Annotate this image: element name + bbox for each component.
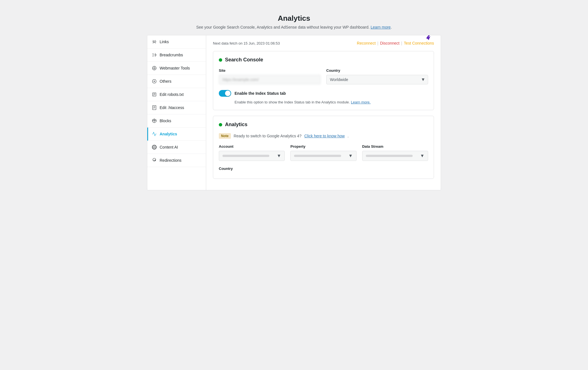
- sidebar-item-edit-robots[interactable]: Edit robots.txt: [147, 88, 206, 101]
- sidebar-label-blocks: Blocks: [160, 119, 171, 123]
- toggle-description: Enable this option to show the Index Sta…: [235, 100, 428, 104]
- note-row: Note Ready to switch to Google Analytics…: [219, 133, 428, 139]
- property-chevron-icon: ▼: [348, 153, 353, 158]
- arrow-indicator: [424, 35, 438, 42]
- robots-icon: [152, 92, 157, 97]
- note-text: Ready to switch to Google Analytics 4?: [234, 134, 302, 138]
- sidebar-label-redirections: Redirections: [160, 158, 182, 163]
- sidebar-item-redirections[interactable]: Redirections: [147, 154, 206, 167]
- page-wrapper: Analytics See your Google Search Console…: [147, 6, 441, 364]
- blocks-icon: [152, 118, 157, 123]
- toggle-knob: [225, 91, 231, 96]
- note-link[interactable]: Click here to know how: [304, 134, 345, 138]
- svg-rect-5: [153, 106, 156, 110]
- analytics-card-title: Analytics: [225, 122, 247, 128]
- sidebar-label-edit-robots: Edit robots.txt: [160, 92, 184, 97]
- data-stream-form-group: Data Stream ▼: [362, 144, 428, 161]
- data-stream-select[interactable]: ▼: [362, 151, 428, 161]
- account-blur-bar: [222, 155, 269, 157]
- site-form-group: Site: [219, 68, 321, 84]
- content-area: Next data fetch on 15 Jun, 2023 01:06:53…: [206, 35, 441, 190]
- sidebar-label-breadcrumbs: Breadcrumbs: [160, 53, 183, 57]
- sidebar: Links Breadcrumbs Webmaster Tools Others: [147, 35, 206, 190]
- separator-1: |: [377, 41, 378, 45]
- redirections-icon: [152, 158, 157, 163]
- sidebar-item-others[interactable]: Others: [147, 75, 206, 88]
- webmaster-tools-icon: [152, 66, 157, 71]
- account-chevron-icon: ▼: [277, 153, 281, 158]
- next-fetch-text: Next data fetch on 15 Jun, 2023 01:06:53: [213, 41, 280, 45]
- search-console-status-dot: [219, 58, 222, 62]
- sidebar-item-analytics[interactable]: Analytics: [147, 128, 206, 141]
- site-label: Site: [219, 68, 321, 73]
- htaccess-icon: [152, 105, 157, 110]
- data-stream-blur-bar: [366, 155, 413, 157]
- search-console-header: Search Console: [219, 57, 428, 63]
- sidebar-label-webmaster-tools: Webmaster Tools: [160, 66, 190, 70]
- sidebar-item-edit-htaccess[interactable]: Edit .htaccess: [147, 101, 206, 114]
- search-console-form-row: Site Country Worldwide ▼: [219, 68, 428, 84]
- analytics-status-dot: [219, 123, 222, 126]
- page-subtitle: See your Google Search Console, Analytic…: [153, 25, 435, 29]
- test-connections-wrapper: Test Connections: [404, 41, 434, 45]
- country-label: Country: [326, 68, 428, 73]
- search-console-card: Search Console Site Country Worldwide: [213, 51, 434, 110]
- account-label: Account: [219, 144, 285, 149]
- main-container: Links Breadcrumbs Webmaster Tools Others: [147, 35, 441, 190]
- data-stream-chevron-icon: ▼: [420, 153, 424, 158]
- page-title: Analytics: [153, 14, 435, 23]
- country-form-group: Country Worldwide ▼: [326, 68, 428, 84]
- sidebar-label-content-ai: Content AI: [160, 145, 178, 149]
- breadcrumbs-icon: [152, 52, 157, 57]
- property-select[interactable]: ▼: [290, 151, 356, 161]
- country-select-wrapper: Worldwide ▼: [326, 75, 428, 84]
- others-icon: [152, 79, 157, 84]
- content-ai-icon: [152, 145, 157, 150]
- analytics-card-header: Analytics: [219, 122, 428, 128]
- action-links: Reconnect | Disconnect | Test Connection…: [357, 41, 434, 45]
- svg-point-0: [153, 41, 155, 43]
- sidebar-label-links: Links: [160, 40, 169, 44]
- note-badge: Note: [219, 133, 231, 139]
- learn-more-link[interactable]: Learn more: [371, 25, 391, 29]
- toggle-row: Enable the Index Status tab: [219, 90, 428, 97]
- country-select[interactable]: Worldwide: [326, 75, 428, 84]
- sidebar-item-blocks[interactable]: Blocks: [147, 114, 206, 128]
- separator-2: |: [401, 41, 402, 45]
- page-header: Analytics See your Google Search Console…: [147, 6, 441, 35]
- svg-point-2: [154, 68, 155, 69]
- account-form-group: Account ▼: [219, 144, 285, 161]
- sidebar-item-webmaster-tools[interactable]: Webmaster Tools: [147, 62, 206, 75]
- sidebar-item-breadcrumbs[interactable]: Breadcrumbs: [147, 48, 206, 62]
- sidebar-item-links[interactable]: Links: [147, 35, 206, 48]
- top-bar: Next data fetch on 15 Jun, 2023 01:06:53…: [213, 41, 434, 45]
- index-status-toggle[interactable]: [219, 90, 231, 97]
- property-blur-bar: [294, 155, 341, 157]
- analytics-card: Analytics Note Ready to switch to Google…: [213, 116, 434, 179]
- analytics-form-row: Account ▼ Property ▼ D: [219, 144, 428, 161]
- links-icon: [152, 39, 157, 44]
- disconnect-button[interactable]: Disconnect: [380, 41, 399, 45]
- analytics-country-label: Country: [219, 166, 428, 171]
- account-select[interactable]: ▼: [219, 151, 285, 161]
- sidebar-label-analytics: Analytics: [160, 132, 177, 136]
- toggle-label: Enable the Index Status tab: [235, 91, 286, 96]
- data-stream-label: Data Stream: [362, 144, 428, 149]
- property-form-group: Property ▼: [290, 144, 356, 161]
- svg-point-6: [152, 145, 156, 149]
- analytics-icon: [152, 131, 157, 137]
- site-input[interactable]: [219, 75, 321, 84]
- sidebar-label-others: Others: [160, 79, 171, 84]
- search-console-title: Search Console: [225, 57, 263, 63]
- property-label: Property: [290, 144, 356, 149]
- sidebar-label-edit-htaccess: Edit .htaccess: [160, 105, 184, 110]
- sidebar-item-content-ai[interactable]: Content AI: [147, 141, 206, 154]
- toggle-learn-more-link[interactable]: Learn more.: [351, 100, 371, 104]
- svg-point-7: [153, 146, 155, 148]
- reconnect-button[interactable]: Reconnect: [357, 41, 376, 45]
- analytics-country-form-group: Country: [219, 166, 428, 171]
